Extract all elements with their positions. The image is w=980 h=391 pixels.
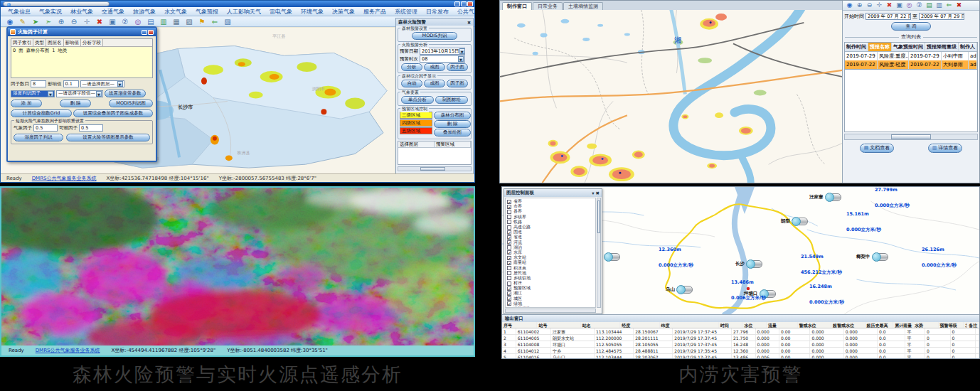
toolbar-icon[interactable]: ✖ xyxy=(94,17,105,26)
station-map-canvas[interactable]: 27.799m 汪家寨 0.000立方米/秒 15.161m 朗梨 xyxy=(502,187,979,316)
factor-select[interactable]: 湿度判识因子▼ xyxy=(11,90,55,97)
warn-date-select[interactable]: 2013年10月15日▼ xyxy=(420,48,465,55)
panel-close-icon[interactable]: ✖ xyxy=(467,20,471,25)
output-column-header[interactable]: 时间 xyxy=(719,322,743,328)
menu-item[interactable]: 气象预报 xyxy=(191,8,223,16)
output-table-row[interactable]: 161104002汪家寨113.103444 28.1500672019/7/2… xyxy=(502,328,979,335)
minimize-button[interactable] xyxy=(454,1,460,6)
layer-checkbox[interactable]: ✔ xyxy=(507,256,511,260)
hydro-station-marker[interactable]: 13.486m 乌山 0.006立方米/秒 xyxy=(666,279,772,301)
layer-checkbox[interactable]: ✔ xyxy=(507,240,511,245)
output-column-header[interactable]: 预警等级 xyxy=(939,322,964,328)
station-cylinder-icon[interactable] xyxy=(604,252,621,262)
panel-button[interactable]: 因子图 xyxy=(447,63,468,71)
layer-checkbox[interactable]: ✔ xyxy=(507,205,511,209)
menu-item[interactable]: 林业气象 xyxy=(66,8,97,16)
menu-item[interactable]: 旅游气象 xyxy=(129,8,160,16)
toolbar-icon[interactable]: ✎ xyxy=(17,17,28,26)
output-table-row[interactable]: 361104008坪塘口112.505055 28.1050552019/7/2… xyxy=(502,341,979,348)
layer-checkbox[interactable]: ✔ xyxy=(507,235,511,240)
dialog-minimize-button[interactable] xyxy=(142,30,147,35)
result-column-header[interactable]: 预报降雨量级 xyxy=(925,43,959,51)
toolbar-icon[interactable]: ⇐ xyxy=(944,1,954,10)
toolbar-icon[interactable]: ➤ xyxy=(30,17,41,26)
layer-checkbox[interactable] xyxy=(507,276,511,280)
station-cylinder-icon[interactable] xyxy=(676,285,693,294)
calc-grid-button[interactable]: 计算综合指数Grid xyxy=(11,109,72,117)
toolbar-icon[interactable]: ✖ xyxy=(954,1,964,10)
panel-button[interactable]: 因子图 xyxy=(447,80,468,87)
toolbar-icon[interactable]: ⊖ xyxy=(68,17,80,26)
menu-item[interactable]: 交通气象 xyxy=(97,8,129,16)
menu-item[interactable]: 气象实况 xyxy=(35,8,66,16)
output-column-header[interactable]: 流量 xyxy=(767,322,798,328)
output-column-header[interactable]: 备注 xyxy=(967,322,979,328)
query-button[interactable]: 查 询 xyxy=(891,22,931,31)
panel-button[interactable]: 制图标绘 xyxy=(435,96,468,104)
station-cylinder-icon[interactable] xyxy=(792,217,809,226)
output-table-row[interactable]: 561104016乌山口112.103444 28.2030672019/7/2… xyxy=(502,354,979,359)
output-column-header[interactable]: 超历史最高 xyxy=(866,322,894,328)
toolbar-icon[interactable]: ▥ xyxy=(158,17,169,26)
panel-hscrollbar[interactable] xyxy=(398,166,472,171)
weight-input[interactable]: 0.1 xyxy=(63,80,79,87)
factor-table[interactable]: 因子索引类型图层名影响值分析字段 0面森林分布图1地类 xyxy=(11,38,153,78)
result-row-selected[interactable]: 2019-07-22 1风险度:轻度2019-07-22 1大到暴雨admin xyxy=(845,60,977,69)
field-select[interactable]: —请选择字段值—▼ xyxy=(56,90,103,97)
result-column-header[interactable]: 制作人 xyxy=(959,43,977,51)
fuel-factor-input[interactable]: 0.5 xyxy=(79,124,103,132)
toolbar-icon[interactable]: ◎ xyxy=(905,1,914,10)
layer-vscrollbar[interactable] xyxy=(597,198,601,308)
tab-production[interactable]: 制作窗口 xyxy=(502,2,532,10)
panel-button[interactable]: 成图 xyxy=(424,63,445,71)
tab-soil-moisture[interactable]: 土壤墒情监测 xyxy=(563,2,603,10)
output-column-header[interactable]: 站名 xyxy=(581,322,620,328)
toolbar-icon[interactable]: ⚑ xyxy=(196,17,208,26)
menu-item[interactable]: 系统管理 xyxy=(390,8,422,16)
output-column-header[interactable]: 水势 xyxy=(913,322,939,328)
hydro-station-marker[interactable]: 26.126m 榔梨中 0.000立方米/秒 xyxy=(856,247,963,268)
titlebar[interactable] xyxy=(1,1,474,7)
result-column-header[interactable]: 预报名称 xyxy=(868,43,892,51)
output-column-header[interactable]: 纬度 xyxy=(660,322,719,328)
view-document-button[interactable]: ▤文档查看 xyxy=(860,144,895,153)
output-column-header[interactable]: 经度 xyxy=(620,322,659,328)
date-to-picker[interactable]: 2009 年 07 月 29 日▼ xyxy=(919,13,964,20)
result-column-header[interactable]: 制作时间 xyxy=(845,43,868,51)
toolbar-icon[interactable]: ⊕ xyxy=(855,1,864,10)
layer-checkbox[interactable] xyxy=(507,215,511,219)
menu-item[interactable]: 水文气象 xyxy=(160,8,191,16)
menu-item[interactable]: 公共气象服务网 xyxy=(453,8,475,16)
panel-button[interactable]: 叠加绘图 xyxy=(434,129,471,136)
toolbar-icon[interactable]: ② xyxy=(119,17,131,26)
layer-checkbox[interactable] xyxy=(507,210,511,214)
toolbar-icon[interactable]: ⊕ xyxy=(55,17,67,26)
layer-hscrollbar[interactable] xyxy=(505,309,596,313)
system-name-link[interactable]: DMRS公共气象服务业务系统 xyxy=(36,347,100,354)
dialog-titlebar[interactable]: 火险因子计算 xyxy=(8,28,156,36)
dialog-close-button[interactable] xyxy=(148,30,154,35)
menu-item[interactable]: 气象信息 xyxy=(4,8,35,16)
output-column-header[interactable]: 序号 xyxy=(502,322,537,328)
station-cylinder-icon[interactable] xyxy=(825,193,842,202)
meteo-factor-input[interactable]: 0.5 xyxy=(33,124,58,132)
system-name-link[interactable]: DMRS公共气象服务业务系统 xyxy=(32,175,97,182)
panel-button[interactable]: 单点分析 xyxy=(401,96,434,104)
toolbar-icon[interactable]: ▤ xyxy=(145,17,156,26)
hydro-station-marker[interactable]: 21.549m 长沙 456.212立方米/秒 xyxy=(735,254,842,275)
maximize-button[interactable] xyxy=(461,1,467,6)
gradient-param-button[interactable]: 设置渐变带参数 xyxy=(105,90,146,97)
toolbar-icon[interactable]: ➣ xyxy=(43,17,54,26)
station-cylinder-icon[interactable] xyxy=(872,252,889,262)
set-param-button[interactable]: 设置综合叠加因子图生成参数 xyxy=(73,109,153,117)
layer-checkbox[interactable] xyxy=(507,307,511,308)
menu-item[interactable]: 人工影响天气 xyxy=(223,8,265,16)
view-detail-button[interactable]: ▥详情查看 xyxy=(928,144,963,153)
factor-count-input[interactable]: 8 xyxy=(31,80,46,87)
output-table-row[interactable]: 461104012宁乡112.484575 28.4888112019/7/29… xyxy=(502,348,979,354)
hydro-station-marker[interactable]: 15.161m 朗梨 0.000立方米/秒 xyxy=(781,211,888,232)
warning-level-swatch[interactable]: 五级区域 xyxy=(400,127,432,134)
warn-time-select[interactable]: 08▼ xyxy=(420,55,465,63)
toolbar-icon[interactable]: ▥ xyxy=(934,1,944,10)
toolbar-icon[interactable]: ▧ xyxy=(183,17,195,26)
